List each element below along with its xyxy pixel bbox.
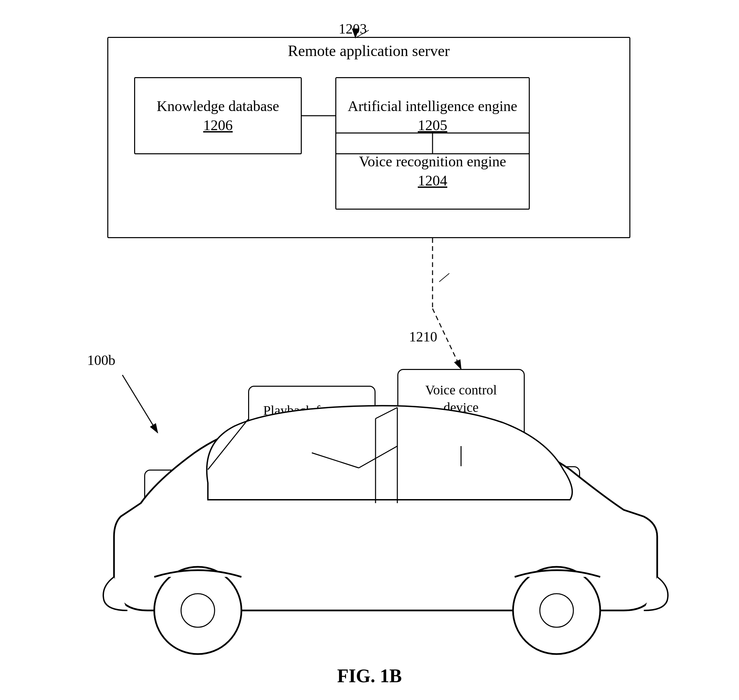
fig-label: FIG. 1B xyxy=(337,665,402,687)
air-conditioner-label: Air conditioner 1107 xyxy=(317,486,400,521)
knowledge-db-box: Knowledge database 1206 xyxy=(134,77,302,154)
svg-point-10 xyxy=(513,567,600,654)
svg-point-8 xyxy=(154,567,241,654)
speech-label: Speech function 1108 xyxy=(473,484,560,519)
knowledge-db-label: Knowledge database 1206 xyxy=(157,97,279,135)
svg-line-7 xyxy=(439,274,449,282)
velocity-label: Velocity control 1106 xyxy=(165,486,251,521)
server-label: Remote application server xyxy=(107,42,630,60)
ref-100b: 100b xyxy=(87,352,115,368)
svg-line-16 xyxy=(312,453,359,468)
voice-rec-box: Voice recognition engine 1204 xyxy=(335,132,530,210)
ref-1203: 1203 xyxy=(339,21,367,37)
voice-control-label: Voice control device 1105 xyxy=(425,381,497,434)
svg-line-13 xyxy=(376,407,397,419)
svg-line-19 xyxy=(208,419,248,469)
svg-point-9 xyxy=(181,594,215,627)
air-conditioner-box: Air conditioner 1107 xyxy=(295,468,423,538)
ai-engine-label: Artificial intelligence engine 1205 xyxy=(348,97,517,135)
svg-line-12 xyxy=(122,375,157,433)
diagram-container: Remote application server 1203 Knowledge… xyxy=(0,0,739,700)
voice-control-box: Voice control device 1105 xyxy=(397,369,525,446)
voice-rec-label: Voice recognition engine 1204 xyxy=(359,152,506,190)
speech-box: Speech function 1108 xyxy=(453,466,580,537)
playback-label: Playback function 1109 xyxy=(263,402,360,437)
velocity-box: Velocity control 1106 xyxy=(144,469,272,537)
ref-1210: 1210 xyxy=(409,329,437,345)
svg-point-11 xyxy=(540,594,573,627)
playback-box: Playback function 1109 xyxy=(248,386,376,453)
